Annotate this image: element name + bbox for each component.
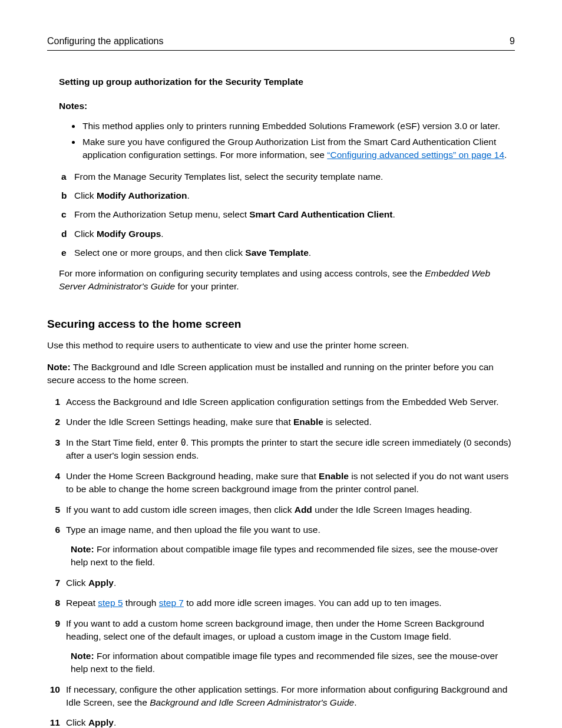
list-item: bClick Modify Authorization. xyxy=(61,189,515,202)
list-item: 11Click Apply. xyxy=(47,716,515,728)
list-item: dClick Modify Groups. xyxy=(61,228,515,241)
list-item: 5If you want to add custom idle screen i… xyxy=(47,503,515,516)
lettered-steps: aFrom the Manage Security Templates list… xyxy=(61,170,515,260)
para-more-info: For more information on configuring secu… xyxy=(59,267,515,294)
list-item: 6 Type an image name, and then upload th… xyxy=(47,523,515,569)
sub-heading-group-auth: Setting up group authorization for the S… xyxy=(59,75,515,88)
numbered-steps: 1Access the Background and Idle Screen a… xyxy=(47,396,515,728)
list-item: 9 If you want to add a custom home scree… xyxy=(47,617,515,676)
notes-label: Notes: xyxy=(59,100,515,113)
list-item: 2Under the Idle Screen Settings heading,… xyxy=(47,416,515,429)
list-item: 7Click Apply. xyxy=(47,577,515,589)
header-page-number: 9 xyxy=(510,34,515,48)
para-note-intro: Note: The Background and Idle Screen app… xyxy=(47,361,515,387)
list-item: Make sure you have configured the Group … xyxy=(81,136,515,162)
link-advanced-settings[interactable]: “Configuring advanced settings” on page … xyxy=(327,150,504,160)
list-item: cFrom the Authorization Setup menu, sele… xyxy=(61,208,515,221)
running-header: Configuring the applications 9 xyxy=(47,34,515,51)
notes-list: This method applies only to printers run… xyxy=(74,120,515,162)
link-step7[interactable]: step 7 xyxy=(159,598,184,608)
list-item: This method applies only to printers run… xyxy=(81,120,515,133)
list-item: aFrom the Manage Security Templates list… xyxy=(61,170,515,183)
list-item: 4Under the Home Screen Background headin… xyxy=(47,470,515,496)
para-intro: Use this method to require users to auth… xyxy=(47,339,515,352)
header-section: Configuring the applications xyxy=(47,34,163,48)
list-item: 3In the Start Time field, enter 0. This … xyxy=(47,436,515,463)
list-item: 8Repeat step 5 through step 7 to add mor… xyxy=(47,597,515,610)
heading-securing-home: Securing access to the home screen xyxy=(47,316,515,332)
list-item: 10If necessary, configure the other appl… xyxy=(47,683,515,710)
document-page: Configuring the applications 9 Setting u… xyxy=(0,0,562,728)
list-item: eSelect one or more groups, and then cli… xyxy=(61,246,515,259)
step-note: Note: For information about compatible i… xyxy=(71,543,515,569)
list-item: 1Access the Background and Idle Screen a… xyxy=(47,396,515,409)
link-step5[interactable]: step 5 xyxy=(98,598,123,608)
step-note: Note: For information about compatible i… xyxy=(71,650,515,676)
